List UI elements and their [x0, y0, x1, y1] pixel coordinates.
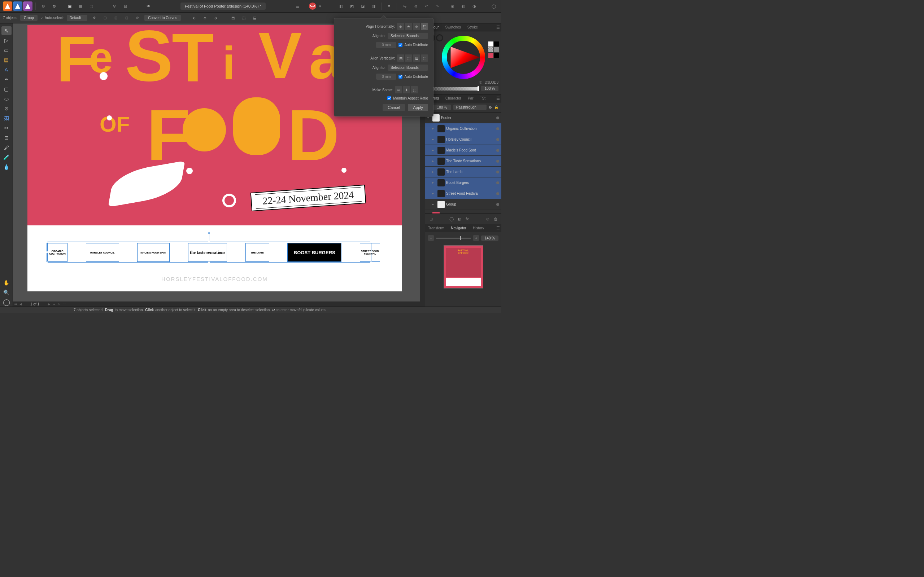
vector-crop-tool[interactable]: ⊡ [2, 134, 11, 142]
align-right-icon[interactable]: ⬗ [413, 23, 420, 30]
swatch-grey[interactable] [494, 47, 499, 52]
convert-curves-button[interactable]: Convert to Curves [144, 15, 181, 21]
scroll-last-icon[interactable]: ⏭ [52, 301, 57, 306]
layer-opacity-value[interactable]: 100 % [433, 105, 451, 110]
blend-mode-select[interactable]: Passthrough [453, 105, 486, 110]
auto-distribute-v-checkbox[interactable]: Auto Distribute [399, 75, 428, 79]
tab-navigator[interactable]: Navigator [449, 226, 468, 231]
rotate-ccw-icon[interactable]: ↶ [422, 2, 431, 11]
layer-expand-icon[interactable]: ▸ [432, 170, 436, 174]
scroll-first-icon[interactable]: ⏮ [13, 301, 18, 306]
zoom-in-button[interactable]: + [473, 235, 479, 241]
hand-tool[interactable]: ✋ [2, 279, 11, 287]
layer-visibility-icon[interactable] [496, 116, 499, 119]
swatch-white[interactable] [488, 42, 493, 47]
align-center-h-icon[interactable]: ⬘ [405, 23, 412, 30]
delete-layer-icon[interactable]: 🗑 [493, 216, 498, 222]
align-left-icon[interactable]: ⬖ [190, 14, 198, 22]
cancel-button[interactable]: Cancel [383, 104, 405, 111]
mask-layer-icon[interactable]: ◯ [449, 216, 454, 222]
layer-row[interactable]: ▾Design [425, 210, 501, 213]
transform-mode-icon[interactable]: ⊟ [123, 14, 131, 22]
view-mode-icon[interactable]: ☷ [62, 301, 67, 306]
same-width-icon[interactable]: ⬌ [395, 86, 402, 93]
show-rotation-icon[interactable]: ⊡ [101, 14, 109, 22]
scroll-next-icon[interactable]: ▶ [47, 301, 52, 306]
group-button[interactable]: Group [20, 15, 37, 21]
anchor-icon[interactable]: ⚲ [110, 2, 119, 11]
layer-visibility-icon[interactable] [496, 192, 499, 195]
add-layer-icon[interactable]: ⊕ [485, 216, 491, 222]
layer-expand-icon[interactable]: ▾ [427, 116, 431, 119]
layer-expand-icon[interactable]: ▸ [432, 160, 436, 163]
constraints-icon[interactable]: ☰ [293, 2, 302, 11]
layer-visibility-icon[interactable] [496, 160, 499, 163]
brush-tool[interactable]: 🖌 [2, 143, 11, 152]
dropdown-icon[interactable]: ▾ [318, 2, 323, 11]
align-right-icon[interactable]: ⬗ [212, 14, 220, 22]
fill-tool[interactable]: 🧪 [2, 153, 11, 161]
transform-origin-icon[interactable]: ✥ [90, 14, 98, 22]
account-icon[interactable]: ◯ [489, 2, 498, 11]
tab-stroke[interactable]: Stroke [466, 24, 479, 30]
flip-h-icon[interactable]: ⇋ [400, 2, 409, 11]
layer-expand-icon[interactable]: ▸ [432, 203, 436, 206]
flip-v-icon[interactable]: ⇵ [411, 2, 420, 11]
layer-expand-icon[interactable]: ▸ [432, 148, 436, 152]
swatch-accent1[interactable] [488, 53, 493, 58]
arrange-backward-icon[interactable]: ◩ [347, 2, 357, 11]
align-top-icon[interactable]: ⬒ [397, 55, 404, 62]
layer-expand-icon[interactable]: ▸ [432, 138, 436, 141]
layer-row[interactable]: ▸Organic Cultivation [425, 123, 501, 134]
logo-street[interactable]: STREET FOOD FESTIVAL [360, 243, 380, 262]
navigator-preview[interactable]: FeSTiVaLof FOOD [444, 245, 483, 288]
colour-picker-tool[interactable]: 💧 [2, 163, 11, 171]
logo-boost[interactable]: BOOST BURGERS [287, 243, 341, 262]
layer-row[interactable]: ▾Footer [425, 113, 501, 123]
arrange-forward-icon[interactable]: ◪ [358, 2, 367, 11]
lock-children-icon[interactable]: ⊟ [121, 2, 130, 11]
style-select[interactable]: Default [67, 15, 88, 21]
layer-expand-icon[interactable]: ▸ [432, 127, 436, 130]
layer-visibility-icon[interactable] [496, 138, 499, 141]
designer-persona-icon[interactable] [3, 2, 12, 11]
crop-tool[interactable]: ✂ [2, 124, 11, 132]
layer-row[interactable]: ▸Macie's Food Spot [425, 145, 501, 156]
align-left-icon[interactable]: ⬖ [397, 23, 404, 30]
scroll-prev-icon[interactable]: ◀ [18, 301, 23, 306]
logo-macies[interactable]: MACIE'S FOOD SPOT [137, 243, 170, 262]
logo-taste[interactable]: the taste sensations [188, 243, 227, 262]
logo-lamb[interactable]: THE LAMB [246, 243, 269, 262]
swatch-black[interactable] [494, 42, 499, 47]
layer-visibility-icon[interactable] [496, 171, 499, 174]
align-middle-icon[interactable]: ⬚ [405, 55, 412, 62]
rotate-view-icon[interactable]: ↻ [57, 301, 62, 306]
fx-icon[interactable]: fx [465, 216, 470, 222]
layer-visibility-icon[interactable] [496, 149, 499, 152]
layer-row[interactable]: ▸The Lamb [425, 167, 501, 177]
boolean-intersect-icon[interactable]: ◑ [470, 2, 479, 11]
zoom-out-button[interactable]: − [428, 235, 434, 241]
align-to-select[interactable]: Selection Bounds [388, 33, 428, 39]
ellipse-tool[interactable]: ⬭ [2, 95, 11, 103]
boolean-subtract-icon[interactable]: ◐ [459, 2, 468, 11]
layer-expand-icon[interactable]: ▸ [432, 181, 436, 184]
opacity-value[interactable]: 100 % [481, 86, 498, 91]
layer-expand-icon[interactable]: ▸ [432, 192, 436, 195]
panel-menu-icon[interactable]: ☰ [496, 226, 500, 230]
arrange-front-icon[interactable]: ◨ [369, 2, 378, 11]
layer-lock-icon[interactable]: 🔒 [494, 105, 498, 109]
move-tool[interactable]: ↖ [2, 26, 11, 35]
zoom-slider[interactable] [436, 238, 471, 239]
align-to-v-select[interactable]: Selection Bounds [388, 64, 428, 71]
align-top-icon[interactable]: ⬒ [229, 14, 237, 22]
swatch-none[interactable] [488, 47, 493, 52]
colour-wheel[interactable] [442, 36, 485, 79]
boolean-add-icon[interactable]: ◉ [448, 2, 457, 11]
contour-tool[interactable]: ▭ [2, 46, 11, 55]
align-middle-icon[interactable]: ⬚ [240, 14, 248, 22]
layer-visibility-icon[interactable] [496, 203, 499, 206]
zoom-value[interactable]: 140 % [481, 235, 498, 241]
snapping-icon[interactable]: ▣ [65, 2, 74, 11]
cycle-selection-icon[interactable]: ⟳ [134, 14, 142, 22]
